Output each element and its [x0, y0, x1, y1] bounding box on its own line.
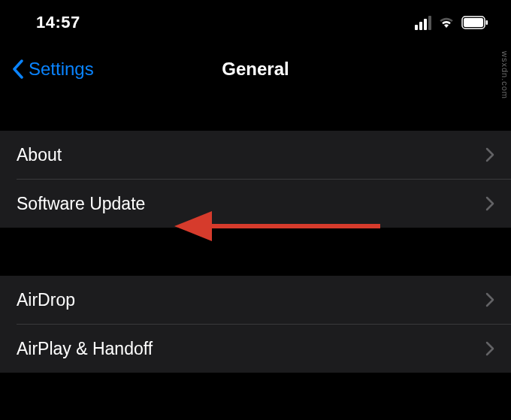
- list-group: About Software Update: [0, 131, 511, 228]
- row-about[interactable]: About: [0, 131, 511, 179]
- battery-icon: [461, 16, 488, 29]
- status-time: 14:57: [36, 13, 80, 32]
- chevron-right-icon: [485, 196, 494, 211]
- row-label: AirPlay & Handoff: [17, 339, 153, 359]
- chevron-left-icon: [12, 59, 24, 79]
- row-label: About: [17, 145, 62, 165]
- section-spacer: [0, 93, 511, 131]
- chevron-right-icon: [485, 292, 494, 307]
- row-label: AirDrop: [17, 290, 75, 310]
- navigation-bar: Settings General: [0, 45, 511, 93]
- section-spacer: [0, 228, 511, 276]
- row-airdrop[interactable]: AirDrop: [0, 276, 511, 324]
- row-label: Software Update: [17, 194, 145, 214]
- cellular-signal-icon: [415, 16, 431, 30]
- svg-rect-2: [486, 20, 488, 25]
- chevron-right-icon: [485, 147, 494, 162]
- list-group: AirDrop AirPlay & Handoff: [0, 276, 511, 373]
- chevron-right-icon: [485, 341, 494, 356]
- back-label: Settings: [29, 59, 94, 80]
- wifi-icon: [437, 16, 455, 29]
- status-bar: 14:57: [0, 0, 511, 45]
- watermark: wsxdn.com: [500, 51, 509, 99]
- status-icons: [415, 16, 488, 30]
- svg-rect-1: [464, 18, 483, 27]
- row-airplay-handoff[interactable]: AirPlay & Handoff: [0, 325, 511, 373]
- back-button[interactable]: Settings: [12, 59, 94, 80]
- row-software-update[interactable]: Software Update: [0, 180, 511, 228]
- page-title: General: [222, 59, 289, 80]
